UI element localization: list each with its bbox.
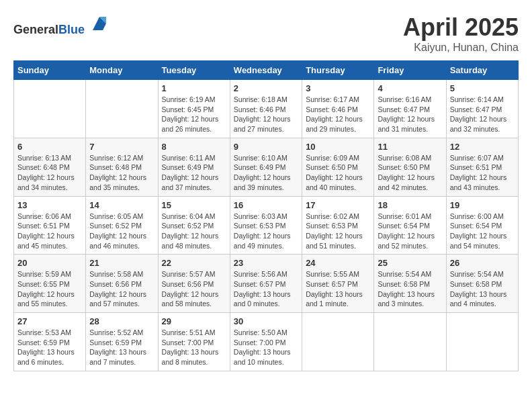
day-number: 24: [306, 258, 370, 268]
calendar-week-row: 27Sunrise: 5:53 AM Sunset: 6:59 PM Dayli…: [14, 313, 519, 371]
calendar-cell: 14Sunrise: 6:05 AM Sunset: 6:52 PM Dayli…: [86, 196, 158, 255]
page-title: April 2025: [403, 13, 519, 42]
weekday-header: Sunday: [14, 61, 86, 80]
day-number: 5: [450, 83, 515, 93]
day-number: 26: [450, 258, 515, 268]
calendar-cell: [374, 313, 446, 371]
calendar-cell: 11Sunrise: 6:08 AM Sunset: 6:50 PM Dayli…: [374, 138, 446, 196]
day-number: 17: [306, 200, 370, 210]
calendar-cell: 27Sunrise: 5:53 AM Sunset: 6:59 PM Dayli…: [14, 313, 86, 371]
page-header: GeneralBlue April 2025 Kaiyun, Hunan, Ch…: [13, 13, 519, 54]
calendar-cell: 12Sunrise: 6:07 AM Sunset: 6:51 PM Dayli…: [446, 138, 518, 196]
day-number: 19: [450, 200, 515, 210]
day-number: 18: [378, 200, 442, 210]
day-number: 15: [162, 200, 226, 210]
calendar-cell: [86, 80, 158, 138]
weekday-header: Wednesday: [230, 61, 302, 80]
calendar-cell: 30Sunrise: 5:50 AM Sunset: 7:00 PM Dayli…: [230, 313, 302, 371]
weekday-header: Monday: [86, 61, 158, 80]
logo: GeneralBlue: [13, 13, 109, 37]
calendar-cell: [446, 313, 518, 371]
day-info: Sunrise: 6:10 AM Sunset: 6:49 PM Dayligh…: [234, 153, 298, 193]
logo-icon: [89, 13, 109, 34]
calendar-cell: 2Sunrise: 6:18 AM Sunset: 6:46 PM Daylig…: [230, 80, 302, 138]
day-number: 1: [162, 83, 226, 93]
calendar-cell: 20Sunrise: 5:59 AM Sunset: 6:55 PM Dayli…: [14, 255, 86, 313]
day-number: 23: [234, 258, 298, 268]
calendar-cell: 18Sunrise: 6:01 AM Sunset: 6:54 PM Dayli…: [374, 196, 446, 255]
day-number: 6: [17, 142, 82, 152]
day-number: 10: [306, 142, 370, 152]
calendar-cell: 7Sunrise: 6:12 AM Sunset: 6:48 PM Daylig…: [86, 138, 158, 196]
day-info: Sunrise: 5:55 AM Sunset: 6:57 PM Dayligh…: [306, 269, 370, 309]
calendar-cell: 5Sunrise: 6:14 AM Sunset: 6:47 PM Daylig…: [446, 80, 518, 138]
calendar-cell: 19Sunrise: 6:00 AM Sunset: 6:54 PM Dayli…: [446, 196, 518, 255]
weekday-header: Friday: [374, 61, 446, 80]
day-number: 21: [89, 258, 154, 268]
day-number: 9: [234, 142, 298, 152]
calendar-cell: 29Sunrise: 5:51 AM Sunset: 7:00 PM Dayli…: [158, 313, 230, 371]
day-number: 8: [162, 142, 226, 152]
day-info: Sunrise: 6:11 AM Sunset: 6:49 PM Dayligh…: [162, 153, 226, 193]
calendar-cell: [14, 80, 86, 138]
day-info: Sunrise: 5:53 AM Sunset: 6:59 PM Dayligh…: [17, 328, 82, 367]
day-info: Sunrise: 5:54 AM Sunset: 6:58 PM Dayligh…: [378, 269, 442, 309]
day-info: Sunrise: 6:04 AM Sunset: 6:52 PM Dayligh…: [162, 212, 226, 251]
calendar-week-row: 1Sunrise: 6:19 AM Sunset: 6:45 PM Daylig…: [14, 80, 519, 138]
day-info: Sunrise: 6:09 AM Sunset: 6:50 PM Dayligh…: [306, 153, 370, 193]
day-info: Sunrise: 6:02 AM Sunset: 6:53 PM Dayligh…: [306, 212, 370, 251]
weekday-header-row: SundayMondayTuesdayWednesdayThursdayFrid…: [14, 61, 519, 80]
day-info: Sunrise: 6:12 AM Sunset: 6:48 PM Dayligh…: [89, 153, 154, 193]
day-info: Sunrise: 6:05 AM Sunset: 6:52 PM Dayligh…: [89, 212, 154, 251]
logo-general: General: [13, 23, 58, 36]
day-number: 25: [378, 258, 442, 268]
calendar-cell: 6Sunrise: 6:13 AM Sunset: 6:48 PM Daylig…: [14, 138, 86, 196]
calendar-week-row: 6Sunrise: 6:13 AM Sunset: 6:48 PM Daylig…: [14, 138, 519, 196]
day-number: 13: [17, 200, 82, 210]
day-info: Sunrise: 5:54 AM Sunset: 6:58 PM Dayligh…: [450, 269, 515, 309]
day-info: Sunrise: 6:01 AM Sunset: 6:54 PM Dayligh…: [378, 212, 442, 251]
calendar-cell: 23Sunrise: 5:56 AM Sunset: 6:57 PM Dayli…: [230, 255, 302, 313]
calendar-cell: 16Sunrise: 6:03 AM Sunset: 6:53 PM Dayli…: [230, 196, 302, 255]
day-number: 16: [234, 200, 298, 210]
day-number: 29: [162, 316, 226, 326]
calendar-cell: 24Sunrise: 5:55 AM Sunset: 6:57 PM Dayli…: [302, 255, 374, 313]
calendar-week-row: 13Sunrise: 6:06 AM Sunset: 6:51 PM Dayli…: [14, 196, 519, 255]
calendar-cell: 25Sunrise: 5:54 AM Sunset: 6:58 PM Dayli…: [374, 255, 446, 313]
calendar-cell: 3Sunrise: 6:17 AM Sunset: 6:46 PM Daylig…: [302, 80, 374, 138]
day-number: 2: [234, 83, 298, 93]
day-info: Sunrise: 5:59 AM Sunset: 6:55 PM Dayligh…: [17, 269, 82, 309]
day-info: Sunrise: 5:52 AM Sunset: 6:59 PM Dayligh…: [89, 328, 154, 367]
day-info: Sunrise: 6:17 AM Sunset: 6:46 PM Dayligh…: [306, 95, 370, 134]
day-number: 3: [306, 83, 370, 93]
day-number: 27: [17, 316, 82, 326]
day-info: Sunrise: 6:00 AM Sunset: 6:54 PM Dayligh…: [450, 212, 515, 251]
day-info: Sunrise: 5:56 AM Sunset: 6:57 PM Dayligh…: [234, 269, 298, 309]
day-number: 22: [162, 258, 226, 268]
weekday-header: Thursday: [302, 61, 374, 80]
day-number: 30: [234, 316, 298, 326]
weekday-header: Tuesday: [158, 61, 230, 80]
day-number: 20: [17, 258, 82, 268]
day-info: Sunrise: 5:50 AM Sunset: 7:00 PM Dayligh…: [234, 328, 298, 367]
calendar-table: SundayMondayTuesdayWednesdayThursdayFrid…: [13, 60, 519, 371]
day-info: Sunrise: 6:13 AM Sunset: 6:48 PM Dayligh…: [17, 153, 82, 193]
calendar-cell: 9Sunrise: 6:10 AM Sunset: 6:49 PM Daylig…: [230, 138, 302, 196]
day-number: 28: [89, 316, 154, 326]
calendar-cell: 13Sunrise: 6:06 AM Sunset: 6:51 PM Dayli…: [14, 196, 86, 255]
weekday-header: Saturday: [446, 61, 518, 80]
calendar-cell: 26Sunrise: 5:54 AM Sunset: 6:58 PM Dayli…: [446, 255, 518, 313]
day-info: Sunrise: 5:57 AM Sunset: 6:56 PM Dayligh…: [162, 269, 226, 309]
calendar-cell: 22Sunrise: 5:57 AM Sunset: 6:56 PM Dayli…: [158, 255, 230, 313]
day-info: Sunrise: 6:19 AM Sunset: 6:45 PM Dayligh…: [162, 95, 226, 134]
day-info: Sunrise: 6:07 AM Sunset: 6:51 PM Dayligh…: [450, 153, 515, 193]
day-info: Sunrise: 6:08 AM Sunset: 6:50 PM Dayligh…: [378, 153, 442, 193]
day-number: 14: [89, 200, 154, 210]
title-section: April 2025 Kaiyun, Hunan, China: [403, 13, 519, 54]
calendar-cell: 15Sunrise: 6:04 AM Sunset: 6:52 PM Dayli…: [158, 196, 230, 255]
calendar-cell: 28Sunrise: 5:52 AM Sunset: 6:59 PM Dayli…: [86, 313, 158, 371]
calendar-cell: 17Sunrise: 6:02 AM Sunset: 6:53 PM Dayli…: [302, 196, 374, 255]
calendar-cell: 1Sunrise: 6:19 AM Sunset: 6:45 PM Daylig…: [158, 80, 230, 138]
calendar-week-row: 20Sunrise: 5:59 AM Sunset: 6:55 PM Dayli…: [14, 255, 519, 313]
day-number: 11: [378, 142, 442, 152]
